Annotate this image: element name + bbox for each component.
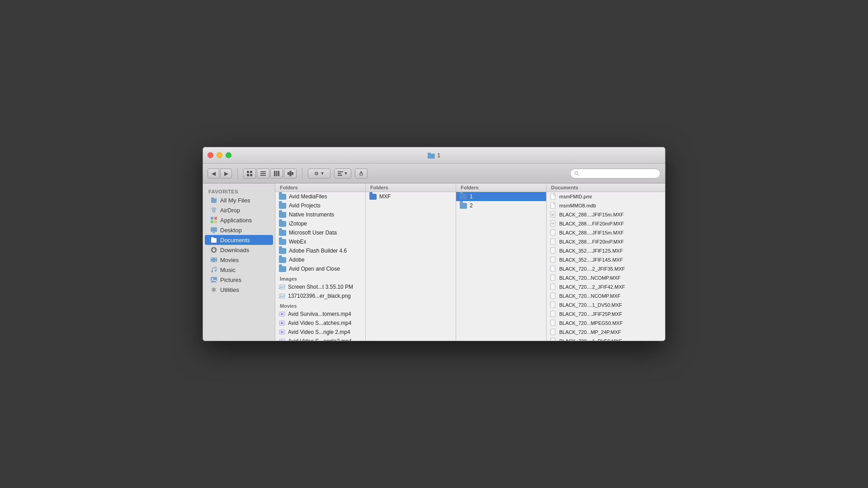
sidebar-section-label: FAVORITES <box>203 187 275 195</box>
doc-icon-msmfmid <box>550 193 557 200</box>
maximize-button[interactable] <box>226 152 231 158</box>
image-blackpng[interactable]: 137102396...er_black.png <box>275 291 365 300</box>
doc-icon-mxf-4 <box>550 238 557 245</box>
doc-black720-2[interactable]: BLACK_720...NCOMP.MXF <box>547 273 665 282</box>
icon-view-icon <box>246 170 253 177</box>
doc-black288-4[interactable]: BLACK_288....FIF20mP.MXF <box>547 237 665 246</box>
folder-icon-adobe-flash-builder <box>279 248 286 254</box>
folder-avid-mediafiles[interactable]: Avid MediaFiles <box>275 192 365 201</box>
svg-rect-79 <box>551 302 555 308</box>
svg-rect-18 <box>338 173 341 174</box>
window-title-text: 1 <box>437 152 440 159</box>
sidebar-item-movies[interactable]: Movies <box>205 255 273 265</box>
sidebar-item-pictures[interactable]: Pictures <box>205 275 273 285</box>
pictures-symbol <box>210 276 217 283</box>
folder-adobe[interactable]: Adobe <box>275 255 365 264</box>
folder-2[interactable]: 2 <box>456 201 546 210</box>
column-3-items: 1 2 <box>456 192 546 341</box>
action-button[interactable]: ▼ <box>308 169 330 178</box>
svg-rect-81 <box>551 320 555 326</box>
folder-icon-1 <box>460 194 467 200</box>
doc-icon-mxf-3 <box>550 229 557 236</box>
doc-black720-1[interactable]: BLACK_720....2_JFIF35.MXF <box>547 264 665 273</box>
sidebar-item-desktop[interactable]: Desktop <box>205 225 273 235</box>
svg-rect-66 <box>552 215 554 215</box>
sidebar-item-music[interactable]: Music <box>205 265 273 275</box>
folder-1-selected[interactable]: 1 <box>456 192 546 201</box>
svg-rect-83 <box>551 338 555 341</box>
minimize-button[interactable] <box>217 152 222 158</box>
svg-point-41 <box>215 261 216 262</box>
folder-avid-projects[interactable]: Avid Projects <box>275 201 365 210</box>
arrange-button[interactable]: ▼ <box>334 169 351 178</box>
folder-webex[interactable]: WebEx <box>275 237 365 246</box>
sidebar-item-downloads[interactable]: Downloads <box>205 245 273 255</box>
svg-rect-48 <box>279 294 285 298</box>
airdrop-icon <box>210 206 217 214</box>
doc-black720-7[interactable]: BLACK_720...MPEG50.MXF <box>547 319 665 328</box>
folder-mxf[interactable]: MXF <box>366 192 456 201</box>
sidebar-item-airdrop[interactable]: AirDrop <box>205 205 273 215</box>
movie-2[interactable]: Avid Video S...atches.mp4 <box>275 319 365 328</box>
svg-point-42 <box>211 271 213 272</box>
folder-izotope[interactable]: iZotope <box>275 219 365 228</box>
folder-avid-open-and-close[interactable]: Avid Open and Close <box>275 264 365 273</box>
share-button[interactable] <box>355 169 368 178</box>
column-3: Folders 1 2 <box>456 183 547 341</box>
folder-native-instruments[interactable]: Native Instruments <box>275 210 365 219</box>
svg-rect-75 <box>551 266 555 272</box>
view-cover-button[interactable] <box>284 169 297 178</box>
doc-black720-5[interactable]: BLACK_720....1_DV50.MXF <box>547 300 665 310</box>
svg-rect-25 <box>211 197 214 199</box>
image-file-icon-2 <box>279 293 285 299</box>
sidebar-item-utilities[interactable]: Utilities <box>205 285 273 295</box>
doc-icon-msmmob <box>550 202 557 209</box>
svg-point-26 <box>213 210 215 212</box>
svg-rect-27 <box>211 217 213 220</box>
column-4: Documents msmFMID.pmr <box>547 183 665 341</box>
sidebar-item-all-my-files[interactable]: All My Files <box>205 195 273 205</box>
back-button[interactable]: ◀ <box>208 169 219 178</box>
view-list-button[interactable] <box>257 169 269 178</box>
close-button[interactable] <box>208 152 213 158</box>
image-screenshot[interactable]: Screen Shot...t 3.55.10 PM <box>275 282 365 291</box>
window-title: 1 <box>428 152 440 159</box>
column-1: Folders Avid MediaFiles Avid Projects Na… <box>275 183 366 341</box>
svg-rect-1 <box>428 153 431 155</box>
folder-icon-avid-mediafiles <box>279 194 286 200</box>
view-icon-button[interactable] <box>243 169 256 178</box>
movie-4[interactable]: Avid Video S...ongle2.mp4 <box>275 337 365 341</box>
svg-rect-76 <box>551 275 555 281</box>
forward-button[interactable]: ▶ <box>220 169 232 178</box>
view-column-button[interactable] <box>270 169 283 178</box>
doc-black288-3[interactable]: BLACK_288....JFIF15m.MXF <box>547 228 665 237</box>
svg-point-22 <box>575 171 577 174</box>
doc-msmmob[interactable]: msmMMO8.mdb <box>547 201 665 210</box>
search-box[interactable] <box>570 169 660 178</box>
sidebar-item-applications[interactable]: Applications <box>205 215 273 225</box>
desktop-icon <box>210 226 217 234</box>
doc-black288-2[interactable]: BLACK_288....FIF20mP.MXF <box>547 219 665 228</box>
doc-black720-3[interactable]: BLACK_720....2_JFIF42.MXF <box>547 282 665 291</box>
movie-1[interactable]: Avid Surviva...tomers.mp4 <box>275 310 365 319</box>
doc-black352-1[interactable]: BLACK_352....JFIF12S.MXF <box>547 246 665 255</box>
doc-black352-2[interactable]: BLACK_352....JFIF14S.MXF <box>547 255 665 264</box>
svg-rect-69 <box>552 223 554 223</box>
doc-black720-4[interactable]: BLACK_720...NCOMP.MXF <box>547 291 665 300</box>
doc-black720-9[interactable]: BLACK_720....1_DV50.MXF <box>547 337 665 341</box>
sidebar-item-documents[interactable]: Documents <box>205 235 273 245</box>
doc-icon-mxf-9 <box>550 283 557 291</box>
title-folder-icon <box>428 152 435 159</box>
search-input[interactable] <box>581 170 656 177</box>
movies-section-label: Movies <box>275 300 365 310</box>
doc-black720-8[interactable]: BLACK_720...MP_24P.MXF <box>547 328 665 337</box>
folder-microsoft-user-data[interactable]: Microsoft User Data <box>275 228 365 237</box>
doc-msmfmid[interactable]: msmFMID.pmr <box>547 192 665 201</box>
toolbar: ◀ ▶ <box>203 164 665 183</box>
folder-adobe-flash-builder[interactable]: Adobe Flash Builder 4.6 <box>275 246 365 255</box>
svg-rect-5 <box>250 174 252 176</box>
doc-black288-1[interactable]: BLACK_288....JFIF15m.MXF <box>547 210 665 219</box>
doc-icon-mxf-15 <box>550 338 557 341</box>
movie-3[interactable]: Avid Video S...ngle 2.mp4 <box>275 328 365 337</box>
doc-black720-6[interactable]: BLACK_720....JFIF25P.MXF <box>547 310 665 319</box>
